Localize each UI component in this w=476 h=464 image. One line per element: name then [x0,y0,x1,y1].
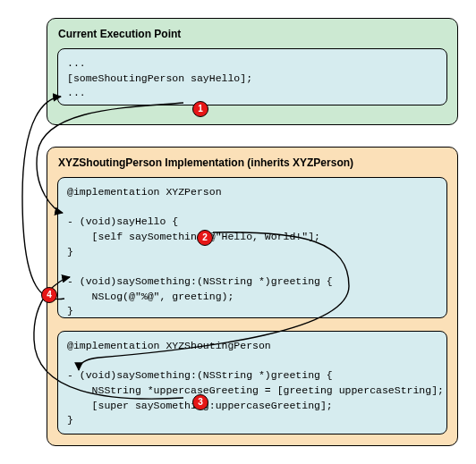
step-badge-1: 1 [192,101,208,117]
step-badge-4: 4 [41,287,57,303]
xyzperson-code: @implementation XYZPerson - (void)sayHel… [57,177,447,318]
step-badge-3: 3 [192,394,208,410]
execution-code: ... [someShoutingPerson sayHello]; ... [57,48,447,105]
implementation-title: XYZShoutingPerson Implementation (inheri… [47,148,457,174]
xyzshoutingperson-code: @implementation XYZShoutingPerson - (voi… [57,331,447,434]
flow-diagram: Current Execution Point ... [someShoutin… [18,18,458,446]
execution-point-title: Current Execution Point [47,19,457,46]
step-badge-2: 2 [197,230,213,246]
